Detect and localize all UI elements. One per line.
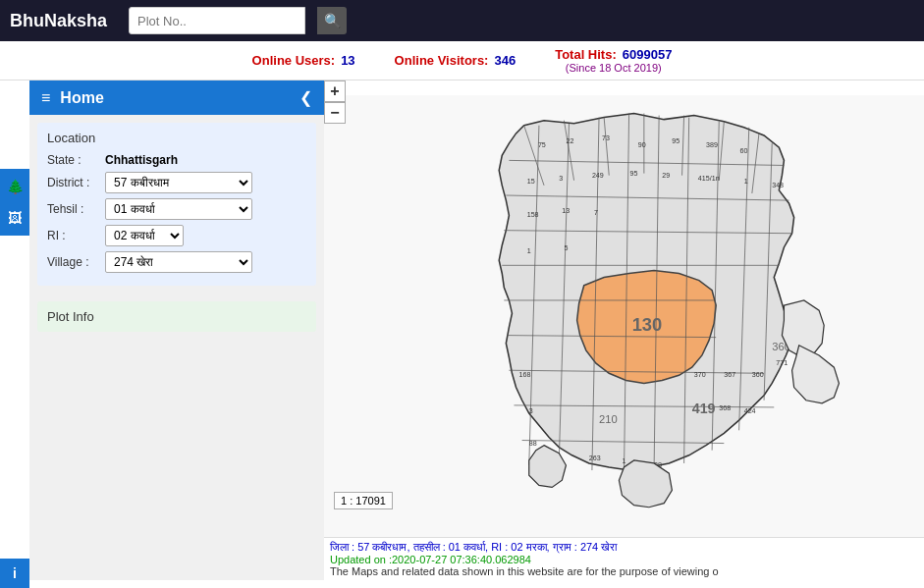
- ri-label: RI :: [47, 229, 101, 242]
- sidebar-icon-strip: 🌲 🖼: [0, 169, 29, 236]
- village-select[interactable]: 274 खेरा: [105, 251, 252, 273]
- svg-text:15: 15: [527, 178, 535, 186]
- svg-text:95: 95: [630, 170, 638, 178]
- info-button[interactable]: i: [0, 559, 29, 580]
- svg-text:1: 1: [527, 247, 531, 255]
- district-select[interactable]: 57 कबीरधाम: [105, 172, 252, 193]
- tehsil-label: Tehsil :: [47, 202, 101, 216]
- svg-text:73: 73: [602, 134, 610, 142]
- map-info-bottom: जिला : 57 कबीरधाम, तहसील : 01 कवर्धा, RI…: [324, 537, 924, 580]
- total-hits-label: Total Hits:: [555, 47, 617, 62]
- map-area[interactable]: 75 22 73 90 95 389 60 15 3 249 95 29 415…: [324, 80, 924, 580]
- navbar: BhuNaksha 🔍: [0, 0, 924, 41]
- main-layout: 🌲 🖼 ≡ Home ❮ Location State : Chhattisga…: [0, 80, 924, 580]
- total-hits-since: (Since 18 Oct 2019): [566, 62, 662, 74]
- sidebar-home-label: Home: [60, 89, 103, 107]
- district-label: District :: [47, 176, 101, 189]
- svg-text:360: 360: [752, 371, 764, 379]
- online-visitors-stat: Online Visitors: 346: [395, 53, 516, 68]
- svg-text:370: 370: [694, 371, 706, 379]
- scale-label: 1 : 17091: [334, 492, 393, 509]
- svg-text:367: 367: [724, 371, 735, 379]
- search-button[interactable]: 🔍: [317, 7, 347, 34]
- zoom-controls: + −: [324, 80, 346, 124]
- svg-text:368: 368: [719, 404, 731, 412]
- svg-text:29: 29: [662, 172, 670, 180]
- svg-text:249: 249: [592, 172, 604, 180]
- tehsil-row: Tehsil : 01 कवर्धा: [47, 198, 306, 220]
- village-row: Village : 274 खेरा: [47, 251, 306, 273]
- sidebar: ≡ Home ❮ Location State : Chhattisgarh D…: [29, 80, 324, 580]
- svg-text:424: 424: [744, 407, 756, 415]
- hamburger-icon[interactable]: ≡: [41, 89, 50, 107]
- online-users-stat: Online Users: 13: [252, 53, 355, 68]
- tehsil-select[interactable]: 01 कवर्धा: [105, 198, 252, 220]
- zoom-in-button[interactable]: +: [324, 80, 346, 102]
- ri-row: RI : 02 कवर्धा: [47, 225, 306, 246]
- online-users-value: 13: [341, 53, 354, 68]
- svg-text:263: 263: [589, 454, 601, 462]
- svg-text:210: 210: [599, 413, 618, 425]
- tree-icon[interactable]: 🌲: [3, 175, 27, 198]
- svg-text:1: 1: [622, 457, 625, 465]
- svg-text:3: 3: [559, 175, 563, 183]
- svg-text:13: 13: [562, 207, 570, 215]
- svg-text:3: 3: [529, 407, 533, 415]
- plot-info-title: Plot Info: [47, 309, 306, 324]
- village-label: Village :: [47, 255, 101, 269]
- search-input[interactable]: [129, 7, 305, 34]
- svg-text:22: 22: [566, 137, 573, 145]
- district-row: District : 57 कबीरधाम: [47, 172, 306, 193]
- image-icon[interactable]: 🖼: [4, 206, 26, 230]
- svg-text:168: 168: [519, 371, 531, 379]
- svg-text:90: 90: [638, 141, 646, 149]
- total-hits-value: 6099057: [623, 47, 673, 62]
- sidebar-header: ≡ Home ❮: [29, 80, 324, 115]
- svg-text:771: 771: [776, 359, 788, 367]
- location-title: Location: [47, 131, 306, 145]
- svg-text:348: 348: [772, 182, 784, 189]
- location-panel: Location State : Chhattisgarh District :…: [37, 123, 316, 286]
- state-value: Chhattisgarh: [105, 153, 178, 167]
- svg-text:419: 419: [692, 401, 716, 416]
- svg-text:389: 389: [706, 141, 718, 149]
- sidebar-collapse-button[interactable]: ❮: [299, 88, 312, 107]
- svg-text:95: 95: [672, 137, 679, 145]
- ri-select[interactable]: 02 कवर्धा: [105, 225, 184, 246]
- zoom-out-button[interactable]: −: [324, 102, 346, 124]
- update-info-text: Updated on :2020-07-27 07:36:40.062984: [330, 554, 918, 565]
- online-visitors-label: Online Visitors:: [395, 53, 489, 68]
- svg-text:130: 130: [632, 314, 663, 335]
- online-users-label: Online Users:: [252, 53, 336, 68]
- stats-bar: Online Users: 13 Online Visitors: 346 To…: [0, 41, 924, 80]
- district-info-text: जिला : 57 कबीरधाम, तहसील : 01 कवर्धा, RI…: [330, 541, 918, 554]
- svg-text:7: 7: [594, 209, 598, 217]
- state-row: State : Chhattisgarh: [47, 153, 306, 167]
- state-label: State :: [47, 153, 101, 167]
- svg-text:415/1n: 415/1n: [698, 175, 720, 183]
- svg-text:60: 60: [740, 147, 748, 155]
- svg-text:88: 88: [529, 440, 537, 448]
- svg-text:158: 158: [527, 211, 539, 219]
- disclaimer-text: The Maps and related data shown in this …: [330, 565, 918, 577]
- app-title: BhuNaksha: [10, 11, 107, 31]
- total-hits-stat: Total Hits: 6099057 (Since 18 Oct 2019): [555, 47, 672, 74]
- online-visitors-value: 346: [494, 53, 516, 68]
- map-svg: 75 22 73 90 95 389 60 15 3 249 95 29 415…: [324, 80, 924, 580]
- svg-text:75: 75: [538, 141, 546, 149]
- svg-text:1: 1: [744, 178, 748, 186]
- plot-info-panel: Plot Info: [37, 301, 316, 332]
- svg-text:5: 5: [564, 244, 568, 252]
